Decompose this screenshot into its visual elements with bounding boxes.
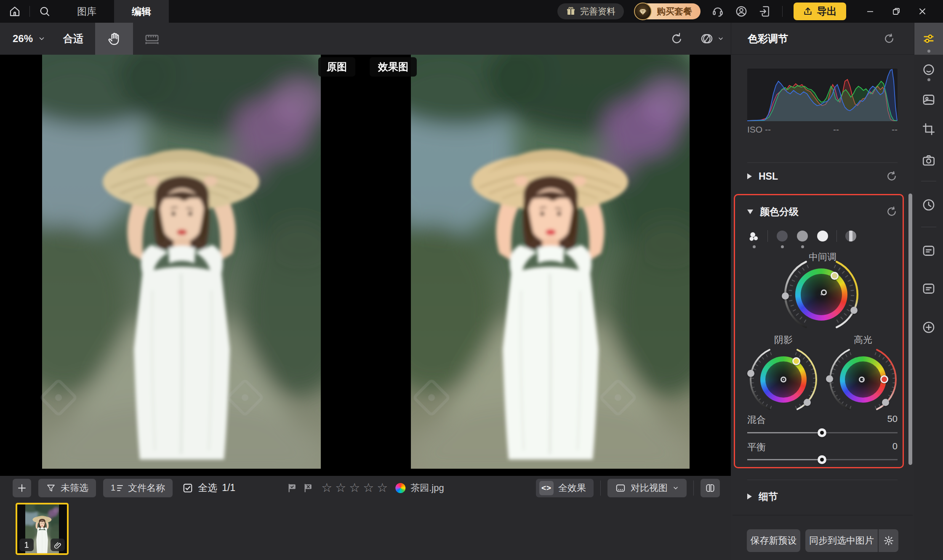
add-panel-button[interactable]: [914, 317, 943, 338]
color-grading-reset-icon[interactable]: [886, 206, 898, 218]
all-wheels-mode-icon[interactable]: [747, 229, 761, 244]
compare-mode-dropdown[interactable]: [700, 32, 724, 46]
sync-to-selected-button[interactable]: 同步到选中图片: [805, 529, 878, 552]
add-photos-button[interactable]: [13, 479, 31, 497]
close-button[interactable]: [909, 0, 935, 23]
midtones-wheel-inner[interactable]: [801, 274, 842, 315]
thumbnail-index-badge: 1: [19, 539, 34, 551]
blend-slider-thumb[interactable]: [818, 428, 826, 437]
hsl-reset-icon[interactable]: [886, 170, 898, 182]
split-view-button[interactable]: [701, 479, 720, 497]
midtones-hue-handle[interactable]: [831, 272, 839, 280]
highlights-left-arc-handle[interactable]: [826, 375, 833, 382]
restore-button[interactable]: [883, 0, 909, 23]
expand-arrow-icon: [747, 210, 753, 214]
preset-list-icon: [922, 244, 936, 258]
shadows-left-arc-handle[interactable]: [747, 370, 754, 377]
star-icon[interactable]: ☆: [321, 482, 332, 494]
shutter-value: --: [892, 125, 898, 135]
sync-settings-button[interactable]: [878, 529, 898, 552]
sort-button[interactable]: 1 文件名称: [103, 479, 173, 497]
tab-gallery[interactable]: 图库: [59, 0, 114, 23]
flag-reject-icon[interactable]: [303, 483, 314, 494]
tab-edit-label: 编辑: [132, 5, 151, 18]
shadows-color-wheel[interactable]: [743, 340, 823, 419]
mode-divider: [767, 230, 768, 242]
preset-panel-button[interactable]: [914, 240, 943, 261]
shadows-right-arc-handle[interactable]: [804, 399, 811, 406]
image-icon: [922, 93, 936, 107]
midtones-right-arc-handle[interactable]: [850, 307, 858, 314]
midtones-mode-icon[interactable]: [797, 231, 808, 242]
bottombar-divider: [600, 480, 601, 496]
plus-circle-icon: [922, 320, 936, 334]
star-icon[interactable]: ☆: [349, 482, 360, 494]
my-presets-button[interactable]: [914, 278, 943, 299]
panel-reset-icon[interactable]: [883, 33, 895, 45]
thumbnail-selected[interactable]: 1: [16, 503, 69, 555]
history-button[interactable]: [914, 194, 943, 215]
hand-tool-button[interactable]: [95, 23, 133, 55]
select-all-control[interactable]: 全选 1/1: [182, 481, 235, 494]
highlights-mode-icon[interactable]: [817, 231, 828, 242]
export-button[interactable]: 导出: [794, 3, 846, 20]
account-icon[interactable]: [735, 5, 748, 18]
star-icon[interactable]: ☆: [377, 482, 388, 494]
ruler-tool-button[interactable]: [133, 23, 171, 55]
fit-to-screen-button[interactable]: 合适: [51, 32, 95, 45]
midtones-color-wheel[interactable]: [771, 244, 872, 345]
photo-effect[interactable]: [411, 55, 690, 469]
full-effect-button[interactable]: <> 全效果: [536, 479, 594, 497]
star-icon[interactable]: ☆: [363, 482, 374, 494]
color-grading-section-header[interactable]: 颜色分级: [747, 204, 898, 219]
select-count: 1/1: [222, 482, 235, 494]
hsl-section-header[interactable]: HSL: [747, 169, 898, 183]
shadows-center-selector[interactable]: [781, 377, 786, 382]
color-adjust-panel: ISO -- -- -- HSL 颜色分级 中间调: [731, 55, 914, 560]
midtones-left-arc-handle[interactable]: [782, 292, 789, 300]
support-headset-icon[interactable]: [711, 5, 724, 18]
blend-slider[interactable]: [747, 428, 898, 437]
sign-out-icon[interactable]: [759, 5, 771, 18]
zoom-level-dropdown[interactable]: 26%: [0, 33, 51, 45]
home-button[interactable]: [0, 0, 29, 23]
plus-icon: [17, 483, 27, 493]
editor-canvas[interactable]: 原图 效果图: [0, 55, 731, 476]
complete-profile-button[interactable]: 完善资料: [557, 3, 624, 19]
purchase-plan-button[interactable]: 购买套餐: [635, 3, 701, 19]
search-button[interactable]: [30, 0, 59, 23]
balance-slider[interactable]: [747, 455, 898, 464]
undo-icon[interactable]: [670, 32, 684, 45]
crop-tool-button[interactable]: [914, 119, 943, 140]
balance-slider-thumb[interactable]: [818, 455, 826, 464]
portrait-retouch-button[interactable]: [914, 60, 943, 81]
tab-gallery-label: 图库: [77, 5, 96, 18]
highlights-center-selector[interactable]: [859, 377, 865, 382]
midtones-center-selector[interactable]: [821, 289, 827, 295]
filter-button[interactable]: 未筛选: [38, 479, 96, 497]
blend-mode-icon[interactable]: [845, 231, 856, 242]
compare-view-dropdown[interactable]: 对比视图: [607, 479, 687, 497]
tab-edit[interactable]: 编辑: [114, 0, 169, 23]
filter-label: 未筛选: [61, 482, 88, 494]
highlights-color-wheel[interactable]: [823, 340, 903, 419]
zoom-level-value: 26%: [13, 33, 33, 45]
camera-info-button[interactable]: [914, 150, 943, 171]
detail-section-header[interactable]: 细节: [747, 489, 898, 504]
save-preset-button[interactable]: 保存新预设: [747, 529, 800, 552]
shadows-mode-icon[interactable]: [777, 231, 788, 242]
highlights-hue-handle[interactable]: [880, 375, 888, 383]
background-edit-button[interactable]: [914, 89, 943, 110]
histogram: [747, 69, 898, 121]
flag-pick-icon[interactable]: [287, 483, 298, 494]
highlights-right-arc-handle[interactable]: [882, 399, 889, 406]
color-label-icon[interactable]: [395, 483, 405, 493]
shadows-hue-handle[interactable]: [792, 357, 800, 365]
panel-scrollbar[interactable]: [908, 194, 912, 465]
minimize-button[interactable]: [857, 0, 883, 23]
right-tool-strip: [914, 23, 943, 560]
blend-label: 混合: [747, 414, 766, 426]
hand-icon: [107, 31, 122, 46]
photo-original[interactable]: [42, 55, 321, 469]
star-icon[interactable]: ☆: [335, 482, 346, 494]
